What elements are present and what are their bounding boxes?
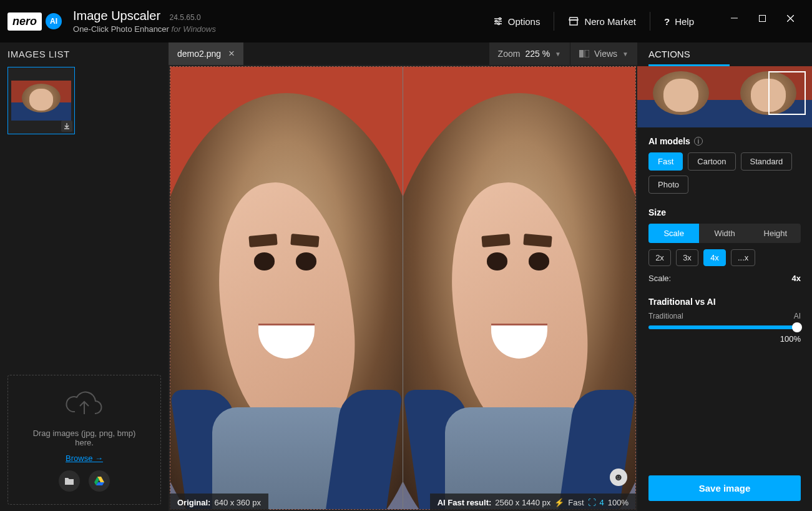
scale-label: Scale:	[648, 274, 671, 283]
market-label: Nero Market	[584, 16, 636, 27]
maximize-icon	[759, 15, 766, 22]
nero-market-button[interactable]: Nero Market	[554, 9, 650, 34]
options-label: Options	[508, 16, 541, 27]
split-view-icon	[579, 50, 589, 57]
image-thumbnail[interactable]	[7, 67, 75, 134]
model-cartoon-button[interactable]: Cartoon	[688, 152, 735, 171]
result-resolution: 2560 x 1440 px	[495, 498, 550, 507]
trad-right-label: AI	[794, 312, 801, 320]
save-image-button[interactable]: Save image	[648, 475, 801, 501]
dropzone-text-1: Drag images (jpg, png, bmp)	[14, 429, 154, 438]
result-progress: 100%	[608, 498, 629, 507]
zoom-control[interactable]: Zoom 225 % ▼	[489, 42, 570, 65]
original-preview	[170, 67, 403, 509]
smiley-icon: ☻	[614, 472, 624, 483]
sliders-icon	[493, 16, 503, 26]
original-label: Original:	[177, 498, 210, 507]
chevron-down-icon: ▼	[555, 51, 561, 57]
browse-link[interactable]: Browse →	[66, 454, 103, 463]
file-tab-label: demo2.png	[177, 49, 221, 59]
folder-picker-button[interactable]	[59, 470, 80, 492]
feedback-button[interactable]: ☻	[610, 469, 627, 486]
trad-value: 100%	[648, 334, 801, 344]
model-standard-button[interactable]: Standard	[741, 152, 793, 171]
model-photo-button[interactable]: Photo	[648, 176, 688, 194]
app-title: Image Upscaler	[73, 9, 160, 23]
expand-icon: ⛶	[588, 498, 596, 507]
app-version: 24.5.65.0	[170, 13, 201, 22]
help-label: Help	[675, 16, 694, 27]
scale-2x-button[interactable]: 2x	[648, 249, 671, 266]
zoom-label: Zoom	[498, 49, 521, 59]
app-logo: nero AI	[7, 12, 62, 31]
size-tab-height[interactable]: Height	[750, 224, 801, 243]
zoom-value: 225 %	[525, 49, 550, 59]
close-button[interactable]	[776, 9, 805, 27]
scale-4x-button[interactable]: 4x	[703, 249, 726, 266]
help-button[interactable]: ? Help	[650, 9, 708, 34]
dropzone-text-2: here.	[14, 438, 154, 447]
size-section: Size Scale Width Height 2x 3x 4x ...x Sc…	[648, 207, 801, 283]
original-info: Original: 640 x 360 px	[170, 494, 268, 511]
actions-title: ACTIONS	[648, 49, 801, 64]
scale-value: 4x	[792, 274, 801, 283]
svg-rect-8	[760, 15, 766, 21]
svg-point-5	[497, 23, 499, 25]
app-subtitle-suffix: for Windows	[172, 24, 216, 34]
svg-rect-15	[585, 50, 589, 57]
preview-canvas[interactable]: ☻ Original: 640 x 360 px AI Fast result:…	[169, 65, 637, 511]
result-preview	[403, 67, 635, 509]
result-scale: 4	[600, 498, 604, 507]
trad-left-label: Traditional	[648, 312, 683, 320]
market-icon	[568, 16, 579, 26]
trad-ai-slider[interactable]	[648, 325, 801, 329]
google-drive-button[interactable]	[89, 470, 110, 492]
cloud-upload-icon	[62, 388, 106, 419]
ai-badge: AI	[46, 13, 62, 29]
scale-3x-button[interactable]: 3x	[676, 249, 698, 266]
download-icon	[63, 122, 71, 130]
nero-logo: nero	[7, 12, 42, 31]
views-label: Views	[594, 49, 617, 59]
original-resolution: 640 x 360 px	[214, 498, 260, 507]
bolt-icon: ⚡	[554, 498, 564, 507]
trad-title: Traditional vs AI	[648, 297, 716, 307]
chevron-down-icon: ▼	[622, 51, 629, 57]
close-tab-button[interactable]: ×	[228, 47, 235, 60]
size-tab-scale[interactable]: Scale	[648, 224, 699, 243]
model-fast-button[interactable]: Fast	[648, 152, 683, 171]
download-thumb-button[interactable]	[61, 121, 72, 132]
svg-point-3	[499, 18, 501, 20]
folder-icon	[64, 477, 74, 485]
slider-handle[interactable]	[792, 322, 802, 332]
tab-bar: demo2.png × Zoom 225 % ▼ Views ▼	[169, 42, 637, 65]
views-control[interactable]: Views ▼	[570, 42, 637, 65]
result-label: AI Fast result:	[438, 498, 492, 507]
svg-point-4	[495, 21, 497, 22]
result-info: AI Fast result: 2560 x 1440 px ⚡ Fast ⛶ …	[430, 494, 636, 511]
images-list-title: IMAGES LIST	[7, 49, 161, 59]
minimize-icon	[731, 15, 738, 22]
app-subtitle: One-Click Photo Enhancer	[73, 24, 169, 34]
images-list-panel: IMAGES LIST Drag images (jpg, png, bmp) …	[0, 42, 169, 511]
close-icon	[787, 15, 794, 22]
ai-models-title: AI models	[648, 136, 690, 146]
titlebar: nero AI Image Upscaler 24.5.65.0 One-Cli…	[0, 0, 812, 42]
file-tab[interactable]: demo2.png ×	[169, 42, 243, 65]
google-drive-icon	[94, 477, 104, 485]
info-icon[interactable]: i	[694, 137, 703, 146]
minimize-button[interactable]	[720, 9, 748, 27]
actions-panel: ACTIONS AI modelsi Fast Cartoon Standard…	[637, 42, 812, 511]
ai-models-section: AI modelsi Fast Cartoon Standard Photo	[648, 136, 801, 194]
maximize-button[interactable]	[748, 9, 776, 27]
result-mode: Fast	[568, 498, 584, 507]
navigator-viewport[interactable]	[768, 71, 806, 115]
scale-custom-button[interactable]: ...x	[731, 249, 755, 266]
navigator-preview[interactable]	[637, 66, 812, 127]
dropzone[interactable]: Drag images (jpg, png, bmp) here. Browse…	[7, 375, 161, 505]
size-tab-width[interactable]: Width	[699, 224, 750, 243]
options-button[interactable]: Options	[479, 9, 554, 34]
traditional-vs-ai-section: Traditional vs AI Traditional AI 100%	[648, 297, 801, 344]
size-title: Size	[648, 207, 666, 217]
svg-rect-14	[579, 50, 584, 57]
